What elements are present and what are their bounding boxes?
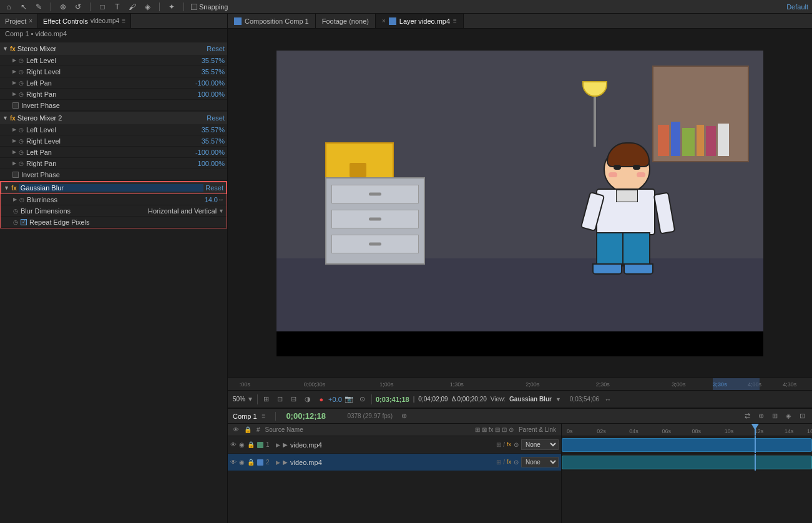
param-right-level-1-watch[interactable]: ◷ bbox=[19, 69, 24, 75]
param-left-pan-1-value[interactable]: -100.00% bbox=[195, 79, 225, 87]
cabinet-drawer-3 bbox=[331, 235, 419, 253]
home-icon[interactable]: ⌂ bbox=[4, 2, 14, 12]
toolbar-sep-1 bbox=[51, 2, 51, 11]
tl-motion-icon[interactable]: ⊕ bbox=[756, 411, 766, 421]
layer-1-switch-1[interactable]: ⊞ bbox=[496, 441, 501, 448]
grid-icon[interactable]: ⊟ bbox=[289, 394, 299, 404]
snap-viewer-icon[interactable]: ↔ bbox=[603, 394, 613, 404]
tl-clip-2[interactable] bbox=[562, 456, 812, 469]
select-icon[interactable]: ↖ bbox=[19, 2, 29, 12]
fx-stereo-mixer-1-reset[interactable]: Reset bbox=[207, 45, 225, 52]
zoom-icon[interactable]: ⊕ bbox=[58, 2, 68, 12]
fit-icon[interactable]: ⊞ bbox=[262, 394, 271, 404]
fx-stereo-mixer-2-header[interactable]: ▼ fx Stereo Mixer 2 Reset bbox=[0, 112, 227, 124]
param-blurriness-value[interactable]: 14.0 bbox=[205, 196, 218, 203]
param-left-pan-2-value[interactable]: -100.00% bbox=[195, 149, 225, 156]
tab-composition[interactable]: Composition Comp 1 bbox=[228, 14, 316, 28]
record-icon[interactable]: ⊙ bbox=[358, 394, 368, 404]
shape-icon[interactable]: □ bbox=[97, 2, 107, 12]
tab-effect-controls[interactable]: Effect Controls video.mp4 ≡ bbox=[38, 14, 131, 28]
layer-1-play[interactable]: ▶ bbox=[283, 441, 288, 448]
puppet-icon[interactable]: ✦ bbox=[167, 2, 177, 12]
param-left-level-1-watch[interactable]: ◷ bbox=[19, 57, 24, 64]
param-left-pan-1-watch[interactable]: ◷ bbox=[19, 80, 24, 86]
param-right-pan-1-value[interactable]: 100.00% bbox=[198, 90, 225, 98]
param-right-pan-2-watch[interactable]: ◷ bbox=[19, 160, 24, 167]
tl-align-icon[interactable]: ⊞ bbox=[770, 411, 780, 421]
layer-1-solo[interactable]: ◉ bbox=[239, 441, 245, 448]
param-right-level-2-value[interactable]: 35.57% bbox=[202, 137, 225, 145]
tab-layer-menu[interactable]: ≡ bbox=[453, 17, 457, 24]
stamp-icon[interactable]: ◈ bbox=[142, 2, 152, 12]
tab-effect-file: video.mp4 bbox=[90, 17, 119, 24]
tab-project[interactable]: Project × bbox=[0, 14, 38, 28]
layer-1-parent-select[interactable]: None bbox=[521, 439, 559, 450]
pen-icon[interactable]: ✎ bbox=[34, 2, 44, 12]
flow-icon[interactable]: +0.0 bbox=[330, 394, 340, 404]
param-right-level-2-watch[interactable]: ◷ bbox=[19, 138, 24, 144]
layer-1-expand[interactable]: ▶ bbox=[276, 442, 280, 448]
color-icon[interactable]: ● bbox=[316, 394, 326, 404]
param-right-level-1-value[interactable]: 35.57% bbox=[202, 68, 225, 76]
param-blur-dim-watch[interactable]: ◷ bbox=[13, 208, 18, 214]
layer-2-play[interactable]: ▶ bbox=[283, 459, 288, 466]
text-icon[interactable]: T bbox=[112, 2, 122, 12]
rotate-icon[interactable]: ↺ bbox=[73, 2, 83, 12]
tab-footage[interactable]: Footage (none) bbox=[316, 14, 376, 28]
param-right-pan-1-watch[interactable]: ◷ bbox=[19, 91, 24, 97]
fx-stereo-mixer-1-icon: fx bbox=[10, 46, 16, 52]
blur-dimensions-value: Horizontal and Vertical bbox=[148, 207, 217, 215]
layer-1-fx-icon[interactable]: fx bbox=[507, 441, 511, 448]
ruler-0s: 0s bbox=[567, 428, 573, 434]
invert-phase-2-checkbox[interactable] bbox=[12, 172, 19, 178]
snapping-checkbox[interactable] bbox=[191, 4, 197, 10]
layer-1-lock[interactable]: 🔒 bbox=[247, 441, 255, 448]
tab-effect-menu[interactable]: ≡ bbox=[122, 17, 125, 24]
tab-layer[interactable]: × Layer video.mp4 ≡ bbox=[376, 14, 464, 28]
tab-layer-close[interactable]: × bbox=[382, 17, 386, 24]
invert-phase-1-checkbox[interactable] bbox=[12, 102, 19, 109]
fx-gaussian-blur-header[interactable]: ▼ fx Gaussian Blur Reset bbox=[1, 182, 227, 194]
layer-2-fx-icon[interactable]: fx bbox=[507, 459, 511, 466]
repeat-edge-checkbox[interactable]: ✓ bbox=[21, 219, 27, 225]
fx-gaussian-blur-reset[interactable]: Reset bbox=[205, 184, 223, 192]
layer-2-lock[interactable]: 🔒 bbox=[247, 459, 255, 466]
tl-link-icon[interactable]: ⇄ bbox=[742, 411, 752, 421]
tl-fx-tool-icon[interactable]: ◈ bbox=[783, 411, 793, 421]
param-repeat-watch[interactable]: ◷ bbox=[13, 219, 18, 225]
tl-clip-1[interactable] bbox=[562, 438, 812, 452]
param-blurriness-watch[interactable]: ◷ bbox=[19, 197, 24, 203]
timeline-search[interactable]: ⊕ bbox=[401, 412, 407, 420]
zoom-dropdown-arrow[interactable]: ▼ bbox=[247, 396, 253, 403]
layer-2-switch-1[interactable]: ⊞ bbox=[496, 459, 501, 466]
param-blurriness-arrow: ▶ bbox=[13, 197, 17, 202]
book-5 bbox=[706, 126, 716, 156]
param-right-pan-2-value[interactable]: 100.00% bbox=[198, 160, 225, 167]
tab-project-close[interactable]: × bbox=[29, 17, 32, 24]
view-dropdown[interactable]: ▼ bbox=[555, 396, 561, 403]
layer-2-vis[interactable]: 👁 bbox=[230, 459, 237, 466]
param-left-level-1-value[interactable]: 35.57% bbox=[202, 57, 225, 64]
param-left-level-2-value[interactable]: 35.57% bbox=[202, 126, 225, 134]
tl-graph-icon[interactable]: ⊡ bbox=[797, 411, 807, 421]
brush-icon[interactable]: 🖌 bbox=[127, 2, 137, 12]
camera-icon[interactable]: 📷 bbox=[344, 394, 354, 404]
channel-icon[interactable]: ◑ bbox=[303, 394, 313, 404]
fx-stereo-mixer-1-header[interactable]: ▼ fx Stereo Mixer Reset bbox=[0, 42, 227, 55]
resize-handle[interactable]: ↔ bbox=[218, 196, 224, 203]
param-left-pan-2-watch[interactable]: ◷ bbox=[19, 149, 24, 155]
char-hair bbox=[607, 142, 650, 167]
layer-1-vis[interactable]: 👁 bbox=[230, 441, 237, 448]
char-eye-right bbox=[633, 165, 640, 170]
blur-dimensions-dropdown[interactable]: Horizontal and Vertical ▼ bbox=[148, 207, 224, 215]
fx-stereo-mixer-2-reset[interactable]: Reset bbox=[207, 114, 225, 122]
layer-2-parent-select[interactable]: None bbox=[521, 457, 559, 467]
yellow-box-hole bbox=[350, 163, 366, 177]
timeline-menu[interactable]: ≡ bbox=[262, 413, 266, 419]
ruler-2m: 2;00s bbox=[526, 381, 539, 388]
layer-2-expand[interactable]: ▶ bbox=[276, 459, 280, 466]
timeline-timecode[interactable]: 0;00;12;18 bbox=[286, 411, 342, 421]
layer-2-solo[interactable]: ◉ bbox=[239, 459, 245, 466]
safe-zone-icon[interactable]: ⊡ bbox=[275, 394, 285, 404]
param-left-level-2-watch[interactable]: ◷ bbox=[19, 127, 24, 133]
